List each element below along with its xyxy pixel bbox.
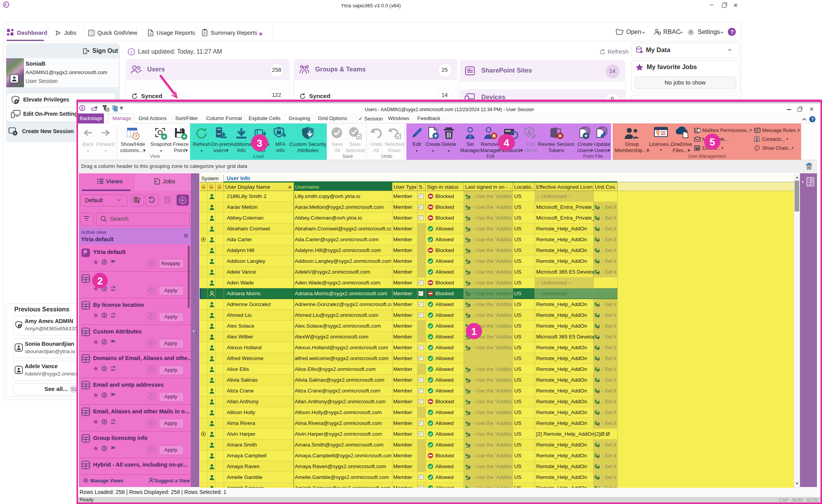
svg-text:i: i: [469, 412, 469, 414]
svg-text:i: i: [469, 196, 469, 198]
svg-text:i: i: [469, 433, 469, 436]
svg-text:i: i: [469, 293, 469, 296]
svg-text:i: i: [469, 228, 469, 231]
svg-text:i: i: [469, 206, 469, 209]
svg-text:i: i: [469, 315, 469, 317]
svg-text:i: i: [469, 444, 469, 447]
svg-text:i: i: [469, 477, 469, 479]
svg-text:i: i: [469, 369, 469, 371]
svg-text:i: i: [469, 379, 469, 382]
svg-text:i: i: [469, 401, 469, 404]
svg-text:i: i: [469, 304, 469, 306]
svg-text:i: i: [469, 260, 469, 263]
svg-text:i: i: [469, 423, 469, 425]
svg-text:i: i: [469, 390, 469, 393]
svg-text:i: i: [469, 455, 469, 458]
svg-text:i: i: [469, 466, 469, 468]
svg-text:i: i: [469, 347, 469, 350]
svg-text:i: i: [469, 239, 469, 242]
svg-text:i: i: [469, 271, 469, 274]
svg-text:i: i: [469, 282, 469, 285]
svg-text:i: i: [469, 217, 469, 220]
svg-text:i: i: [469, 250, 469, 252]
